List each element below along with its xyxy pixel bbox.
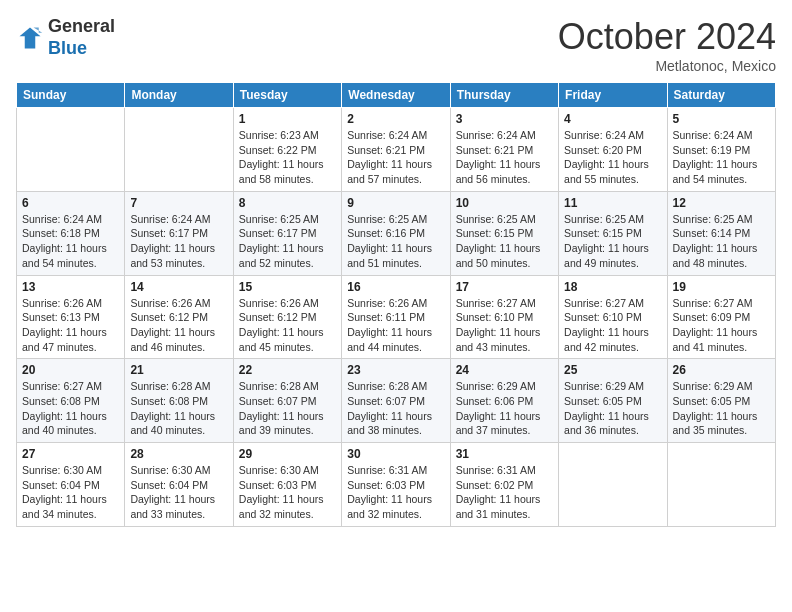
day-number: 3 [456,112,553,126]
day-info: Sunrise: 6:25 AMSunset: 6:15 PMDaylight:… [564,212,661,271]
day-number: 24 [456,363,553,377]
day-number: 28 [130,447,227,461]
day-info: Sunrise: 6:25 AMSunset: 6:14 PMDaylight:… [673,212,770,271]
day-info: Sunrise: 6:30 AMSunset: 6:04 PMDaylight:… [130,463,227,522]
day-number: 19 [673,280,770,294]
calendar-cell: 15Sunrise: 6:26 AMSunset: 6:12 PMDayligh… [233,275,341,359]
day-number: 13 [22,280,119,294]
calendar-cell: 4Sunrise: 6:24 AMSunset: 6:20 PMDaylight… [559,108,667,192]
calendar-cell: 5Sunrise: 6:24 AMSunset: 6:19 PMDaylight… [667,108,775,192]
day-number: 26 [673,363,770,377]
day-number: 25 [564,363,661,377]
calendar-cell: 2Sunrise: 6:24 AMSunset: 6:21 PMDaylight… [342,108,450,192]
calendar-cell: 18Sunrise: 6:27 AMSunset: 6:10 PMDayligh… [559,275,667,359]
calendar-cell: 6Sunrise: 6:24 AMSunset: 6:18 PMDaylight… [17,191,125,275]
calendar-cell: 1Sunrise: 6:23 AMSunset: 6:22 PMDaylight… [233,108,341,192]
calendar-cell: 8Sunrise: 6:25 AMSunset: 6:17 PMDaylight… [233,191,341,275]
day-info: Sunrise: 6:24 AMSunset: 6:21 PMDaylight:… [456,128,553,187]
day-number: 27 [22,447,119,461]
day-number: 2 [347,112,444,126]
day-number: 17 [456,280,553,294]
day-info: Sunrise: 6:26 AMSunset: 6:12 PMDaylight:… [239,296,336,355]
calendar-cell: 25Sunrise: 6:29 AMSunset: 6:05 PMDayligh… [559,359,667,443]
day-number: 4 [564,112,661,126]
calendar-cell: 12Sunrise: 6:25 AMSunset: 6:14 PMDayligh… [667,191,775,275]
calendar-cell: 3Sunrise: 6:24 AMSunset: 6:21 PMDaylight… [450,108,558,192]
day-info: Sunrise: 6:27 AMSunset: 6:09 PMDaylight:… [673,296,770,355]
calendar-cell: 22Sunrise: 6:28 AMSunset: 6:07 PMDayligh… [233,359,341,443]
day-info: Sunrise: 6:26 AMSunset: 6:13 PMDaylight:… [22,296,119,355]
weekday-header-sunday: Sunday [17,83,125,108]
calendar-week-row: 13Sunrise: 6:26 AMSunset: 6:13 PMDayligh… [17,275,776,359]
day-info: Sunrise: 6:28 AMSunset: 6:07 PMDaylight:… [347,379,444,438]
calendar-cell: 24Sunrise: 6:29 AMSunset: 6:06 PMDayligh… [450,359,558,443]
calendar-cell: 28Sunrise: 6:30 AMSunset: 6:04 PMDayligh… [125,443,233,527]
calendar-cell [667,443,775,527]
calendar-cell: 29Sunrise: 6:30 AMSunset: 6:03 PMDayligh… [233,443,341,527]
weekday-header-tuesday: Tuesday [233,83,341,108]
page-header: General Blue October 2024 Metlatonoc, Me… [16,16,776,74]
day-info: Sunrise: 6:31 AMSunset: 6:03 PMDaylight:… [347,463,444,522]
day-info: Sunrise: 6:24 AMSunset: 6:18 PMDaylight:… [22,212,119,271]
calendar-week-row: 27Sunrise: 6:30 AMSunset: 6:04 PMDayligh… [17,443,776,527]
day-number: 31 [456,447,553,461]
svg-marker-0 [20,27,41,48]
day-number: 23 [347,363,444,377]
day-number: 9 [347,196,444,210]
weekday-header-thursday: Thursday [450,83,558,108]
location: Metlatonoc, Mexico [558,58,776,74]
day-info: Sunrise: 6:25 AMSunset: 6:15 PMDaylight:… [456,212,553,271]
day-info: Sunrise: 6:26 AMSunset: 6:12 PMDaylight:… [130,296,227,355]
day-info: Sunrise: 6:25 AMSunset: 6:16 PMDaylight:… [347,212,444,271]
logo-blue-text: Blue [48,38,87,58]
day-info: Sunrise: 6:30 AMSunset: 6:03 PMDaylight:… [239,463,336,522]
day-info: Sunrise: 6:29 AMSunset: 6:06 PMDaylight:… [456,379,553,438]
day-number: 8 [239,196,336,210]
day-info: Sunrise: 6:31 AMSunset: 6:02 PMDaylight:… [456,463,553,522]
calendar-cell: 23Sunrise: 6:28 AMSunset: 6:07 PMDayligh… [342,359,450,443]
calendar-week-row: 1Sunrise: 6:23 AMSunset: 6:22 PMDaylight… [17,108,776,192]
calendar-cell: 19Sunrise: 6:27 AMSunset: 6:09 PMDayligh… [667,275,775,359]
calendar-cell: 14Sunrise: 6:26 AMSunset: 6:12 PMDayligh… [125,275,233,359]
day-info: Sunrise: 6:27 AMSunset: 6:08 PMDaylight:… [22,379,119,438]
day-info: Sunrise: 6:28 AMSunset: 6:08 PMDaylight:… [130,379,227,438]
weekday-header-monday: Monday [125,83,233,108]
day-number: 6 [22,196,119,210]
day-info: Sunrise: 6:23 AMSunset: 6:22 PMDaylight:… [239,128,336,187]
day-number: 20 [22,363,119,377]
day-info: Sunrise: 6:24 AMSunset: 6:21 PMDaylight:… [347,128,444,187]
weekday-header-saturday: Saturday [667,83,775,108]
calendar-cell: 16Sunrise: 6:26 AMSunset: 6:11 PMDayligh… [342,275,450,359]
calendar-cell: 31Sunrise: 6:31 AMSunset: 6:02 PMDayligh… [450,443,558,527]
calendar-table: SundayMondayTuesdayWednesdayThursdayFrid… [16,82,776,527]
day-number: 22 [239,363,336,377]
calendar-cell: 21Sunrise: 6:28 AMSunset: 6:08 PMDayligh… [125,359,233,443]
weekday-header-row: SundayMondayTuesdayWednesdayThursdayFrid… [17,83,776,108]
calendar-cell: 17Sunrise: 6:27 AMSunset: 6:10 PMDayligh… [450,275,558,359]
day-number: 21 [130,363,227,377]
day-number: 29 [239,447,336,461]
day-number: 15 [239,280,336,294]
calendar-cell: 11Sunrise: 6:25 AMSunset: 6:15 PMDayligh… [559,191,667,275]
day-number: 18 [564,280,661,294]
day-number: 30 [347,447,444,461]
day-info: Sunrise: 6:24 AMSunset: 6:17 PMDaylight:… [130,212,227,271]
day-info: Sunrise: 6:27 AMSunset: 6:10 PMDaylight:… [564,296,661,355]
day-info: Sunrise: 6:28 AMSunset: 6:07 PMDaylight:… [239,379,336,438]
calendar-cell: 13Sunrise: 6:26 AMSunset: 6:13 PMDayligh… [17,275,125,359]
calendar-cell [17,108,125,192]
calendar-cell: 9Sunrise: 6:25 AMSunset: 6:16 PMDaylight… [342,191,450,275]
calendar-cell: 20Sunrise: 6:27 AMSunset: 6:08 PMDayligh… [17,359,125,443]
title-block: October 2024 Metlatonoc, Mexico [558,16,776,74]
day-number: 14 [130,280,227,294]
calendar-cell [125,108,233,192]
day-info: Sunrise: 6:29 AMSunset: 6:05 PMDaylight:… [564,379,661,438]
day-info: Sunrise: 6:26 AMSunset: 6:11 PMDaylight:… [347,296,444,355]
weekday-header-wednesday: Wednesday [342,83,450,108]
day-number: 7 [130,196,227,210]
weekday-header-friday: Friday [559,83,667,108]
calendar-cell: 7Sunrise: 6:24 AMSunset: 6:17 PMDaylight… [125,191,233,275]
month-title: October 2024 [558,16,776,58]
calendar-cell: 10Sunrise: 6:25 AMSunset: 6:15 PMDayligh… [450,191,558,275]
day-info: Sunrise: 6:30 AMSunset: 6:04 PMDaylight:… [22,463,119,522]
